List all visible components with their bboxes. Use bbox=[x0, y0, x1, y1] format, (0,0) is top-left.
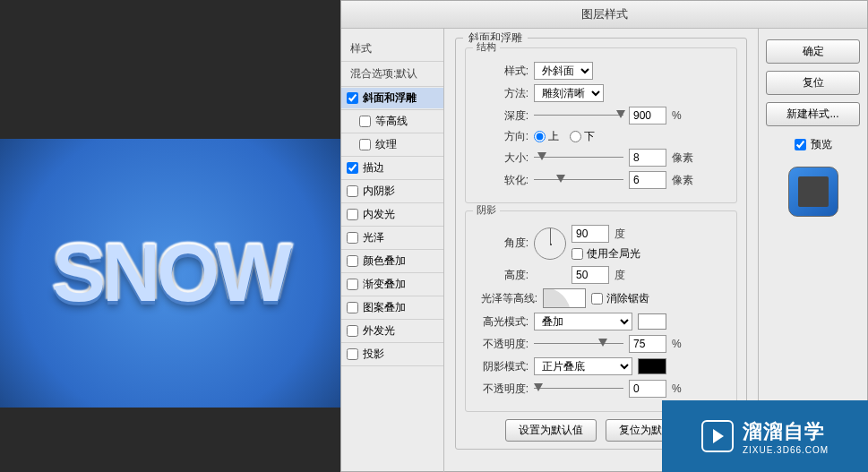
size-unit: 像素 bbox=[672, 150, 693, 166]
canvas-preview: SNOW bbox=[0, 139, 340, 408]
effect-item[interactable]: 光泽 bbox=[341, 227, 443, 248]
hi-mode-select[interactable]: 叠加 bbox=[534, 313, 632, 330]
angle-label: 角度: bbox=[475, 236, 529, 251]
dialog-title: 图层样式 bbox=[341, 1, 867, 29]
effect-item[interactable]: 投影 bbox=[341, 344, 443, 365]
hi-mode-label: 高光模式: bbox=[475, 314, 529, 330]
bevel-panel: 斜面和浮雕 结构 样式: 外斜面 方法: 雕刻清晰 深度: bbox=[455, 38, 747, 450]
structure-title: 结构 bbox=[473, 40, 500, 54]
effect-label: 内阴影 bbox=[363, 184, 395, 199]
size-input[interactable] bbox=[629, 149, 666, 167]
effect-label: 投影 bbox=[363, 347, 384, 362]
effect-label: 渐变叠加 bbox=[363, 277, 406, 292]
shadow-title: 阴影 bbox=[473, 203, 500, 217]
sh-opacity-input[interactable] bbox=[629, 380, 666, 398]
direction-label: 方向: bbox=[475, 129, 529, 144]
antialias-check[interactable]: 消除锯齿 bbox=[591, 291, 649, 306]
effect-label: 纹理 bbox=[375, 137, 397, 152]
watermark: 溜溜自学 ZIXUE.3D66.COM bbox=[662, 400, 868, 472]
effect-checkbox[interactable] bbox=[347, 255, 358, 267]
style-select[interactable]: 外斜面 bbox=[534, 62, 593, 80]
effect-label: 描边 bbox=[363, 160, 384, 176]
depth-input[interactable] bbox=[629, 107, 666, 124]
effect-checkbox[interactable] bbox=[347, 162, 358, 174]
effect-checkbox[interactable] bbox=[347, 325, 358, 337]
hi-opacity-input[interactable] bbox=[629, 335, 666, 353]
method-select[interactable]: 雕刻清晰 bbox=[534, 84, 604, 102]
direction-up[interactable]: 上 bbox=[534, 129, 559, 144]
direction-down[interactable]: 下 bbox=[570, 129, 595, 144]
reset-button[interactable]: 复位 bbox=[766, 71, 860, 95]
effect-item[interactable]: 内阴影 bbox=[341, 181, 443, 202]
effect-item[interactable]: 斜面和浮雕 bbox=[341, 88, 443, 108]
soften-input[interactable] bbox=[629, 171, 666, 189]
ok-button[interactable]: 确定 bbox=[766, 39, 860, 64]
style-label: 样式: bbox=[475, 64, 529, 79]
canvas-area: SNOW bbox=[0, 139, 340, 408]
effect-label: 内发光 bbox=[363, 207, 395, 222]
effect-item[interactable]: 外发光 bbox=[341, 321, 443, 341]
altitude-label: 高度: bbox=[475, 268, 529, 283]
effect-item[interactable]: 等高线 bbox=[341, 111, 443, 132]
effect-label: 颜色叠加 bbox=[363, 253, 406, 269]
new-style-button[interactable]: 新建样式... bbox=[766, 102, 860, 126]
size-slider[interactable] bbox=[534, 151, 623, 164]
depth-label: 深度: bbox=[475, 108, 529, 124]
effect-list: 样式 混合选项:默认 斜面和浮雕等高线纹理描边内阴影内发光光泽颜色叠加渐变叠加图… bbox=[341, 29, 444, 472]
gloss-contour[interactable] bbox=[543, 288, 586, 308]
effect-item[interactable]: 纹理 bbox=[341, 134, 443, 155]
effect-item[interactable]: 图案叠加 bbox=[341, 297, 443, 318]
effect-checkbox[interactable] bbox=[347, 279, 358, 290]
effect-label: 外发光 bbox=[363, 323, 395, 339]
sh-mode-label: 阴影模式: bbox=[475, 359, 529, 374]
watermark-main: 溜溜自学 bbox=[743, 418, 829, 445]
effect-item[interactable]: 渐变叠加 bbox=[341, 274, 443, 295]
styles-header[interactable]: 样式 bbox=[341, 38, 443, 60]
structure-group: 结构 样式: 外斜面 方法: 雕刻清晰 深度: % bbox=[465, 47, 737, 203]
sh-mode-select[interactable]: 正片叠底 bbox=[534, 357, 632, 375]
effect-checkbox[interactable] bbox=[359, 116, 371, 127]
method-label: 方法: bbox=[475, 86, 529, 101]
effect-checkbox[interactable] bbox=[347, 209, 358, 220]
effect-checkbox[interactable] bbox=[359, 139, 371, 150]
blend-header[interactable]: 混合选项:默认 bbox=[341, 63, 443, 85]
hi-color-swatch[interactable] bbox=[638, 313, 666, 330]
soften-unit: 像素 bbox=[672, 173, 693, 188]
sh-opacity-label: 不透明度: bbox=[475, 382, 529, 397]
effect-checkbox[interactable] bbox=[347, 185, 358, 197]
effect-item[interactable]: 内发光 bbox=[341, 204, 443, 225]
size-label: 大小: bbox=[475, 150, 529, 166]
hi-opacity-slider[interactable] bbox=[534, 338, 623, 350]
make-default-button[interactable]: 设置为默认值 bbox=[505, 419, 597, 442]
effect-checkbox[interactable] bbox=[347, 92, 358, 104]
effect-checkbox[interactable] bbox=[347, 302, 358, 313]
effect-label: 等高线 bbox=[375, 114, 408, 129]
preview-check[interactable]: 预览 bbox=[766, 137, 860, 152]
effect-label: 图案叠加 bbox=[363, 300, 406, 315]
soften-label: 软化: bbox=[475, 173, 529, 188]
contour-label: 光泽等高线: bbox=[475, 291, 537, 306]
depth-unit: % bbox=[672, 109, 682, 122]
effect-item[interactable]: 描边 bbox=[341, 158, 443, 178]
effect-item[interactable]: 颜色叠加 bbox=[341, 251, 443, 271]
sh-opacity-slider[interactable] bbox=[534, 382, 623, 395]
global-light-check[interactable]: 使用全局光 bbox=[572, 246, 640, 262]
preview-text: SNOW bbox=[52, 227, 288, 320]
hi-opacity-label: 不透明度: bbox=[475, 337, 529, 352]
angle-dial[interactable] bbox=[534, 227, 566, 260]
play-icon bbox=[701, 420, 734, 452]
watermark-sub: ZIXUE.3D66.COM bbox=[743, 445, 829, 455]
effect-label: 斜面和浮雕 bbox=[363, 90, 417, 106]
effect-checkbox[interactable] bbox=[347, 232, 358, 244]
shadow-group: 阴影 角度: 度 使用全局光 bbox=[465, 210, 737, 412]
sh-color-swatch[interactable] bbox=[638, 358, 666, 374]
preview-thumbnail bbox=[788, 167, 838, 217]
altitude-input[interactable] bbox=[572, 266, 609, 284]
depth-slider[interactable] bbox=[534, 109, 623, 122]
angle-input[interactable] bbox=[572, 225, 609, 243]
effect-label: 光泽 bbox=[363, 230, 384, 245]
effect-checkbox[interactable] bbox=[347, 348, 358, 360]
soften-slider[interactable] bbox=[534, 174, 623, 186]
